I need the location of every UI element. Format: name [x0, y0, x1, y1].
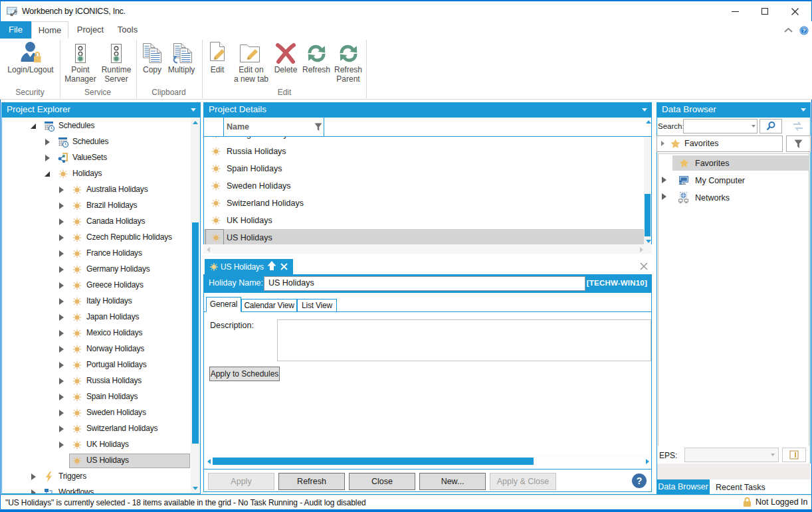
- svg-text:?: ?: [637, 475, 643, 486]
- svg-text:?: ?: [802, 27, 806, 34]
